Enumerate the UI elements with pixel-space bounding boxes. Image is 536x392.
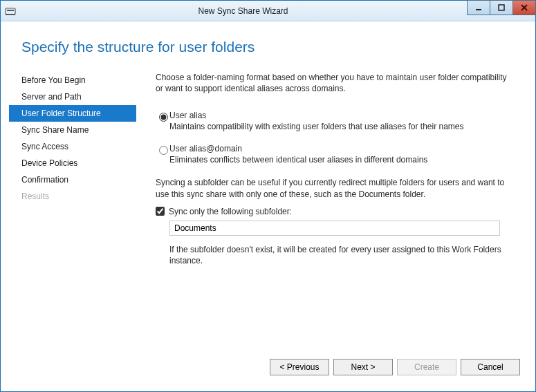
window-buttons	[468, 0, 536, 15]
intro-text: Choose a folder-naming format based on w…	[156, 72, 516, 94]
checkbox-sync-subfolder-label: Sync only the following subfolder:	[169, 207, 292, 216]
option-user-alias-domain-title: User alias@domain	[169, 144, 516, 153]
svg-rect-2	[6, 14, 15, 15]
cancel-button[interactable]: Cancel	[461, 359, 520, 375]
subfolder-note: If the subfolder doesn't exist, it will …	[169, 244, 516, 266]
sync-subfolder-description: Syncing a subfolder can be useful if you…	[156, 177, 516, 199]
checkbox-sync-subfolder[interactable]	[156, 207, 165, 216]
maximize-button[interactable]	[490, 0, 513, 15]
window-title: New Sync Share Wizard	[20, 6, 535, 16]
main-panel: Choose a folder-naming format based on w…	[136, 69, 516, 351]
option-user-alias-desc: Maintains compatibility with existing us…	[169, 122, 516, 131]
nav-user-folder-structure[interactable]: User Folder Structure	[9, 105, 136, 122]
svg-rect-0	[6, 8, 15, 15]
option-user-alias: User alias Maintains compatibility with …	[156, 111, 516, 141]
body: Before You Begin Server and Path User Fo…	[1, 69, 535, 351]
option-user-alias-title: User alias	[169, 111, 516, 120]
nav-server-and-path[interactable]: Server and Path	[9, 88, 136, 105]
svg-rect-4	[499, 5, 504, 10]
option-user-alias-domain: User alias@domain Eliminates conflicts b…	[156, 144, 516, 174]
radio-user-alias-domain[interactable]	[159, 146, 168, 155]
nav-sync-access[interactable]: Sync Access	[9, 138, 136, 155]
footer: < Previous Next > Create Cancel	[1, 351, 535, 391]
wizard-window: New Sync Share Wizard Specify the struct…	[0, 0, 536, 392]
radio-user-alias[interactable]	[159, 113, 168, 122]
nav-confirmation[interactable]: Confirmation	[9, 171, 136, 188]
title-bar: New Sync Share Wizard	[1, 1, 535, 21]
next-button[interactable]: Next >	[333, 359, 393, 375]
minimize-button[interactable]	[467, 0, 490, 15]
subfolder-input[interactable]	[169, 221, 500, 236]
option-user-alias-domain-desc: Eliminates conflicts between identical u…	[169, 155, 516, 165]
nav-results: Results	[9, 188, 136, 205]
svg-rect-1	[7, 10, 14, 11]
content-area: Specify the structure for user folders B…	[1, 21, 535, 391]
close-button[interactable]	[512, 0, 536, 15]
create-button: Create	[397, 359, 456, 375]
nav-device-policies[interactable]: Device Policies	[9, 155, 136, 171]
nav-sync-share-name[interactable]: Sync Share Name	[9, 122, 136, 138]
previous-button[interactable]: < Previous	[270, 359, 329, 375]
nav-before-you-begin[interactable]: Before You Begin	[9, 72, 136, 88]
sync-subfolder-row: Sync only the following subfolder:	[156, 207, 516, 216]
app-icon	[1, 6, 20, 17]
wizard-nav: Before You Begin Server and Path User Fo…	[9, 69, 136, 351]
svg-rect-3	[476, 9, 481, 10]
page-heading: Specify the structure for user folders	[1, 21, 535, 69]
